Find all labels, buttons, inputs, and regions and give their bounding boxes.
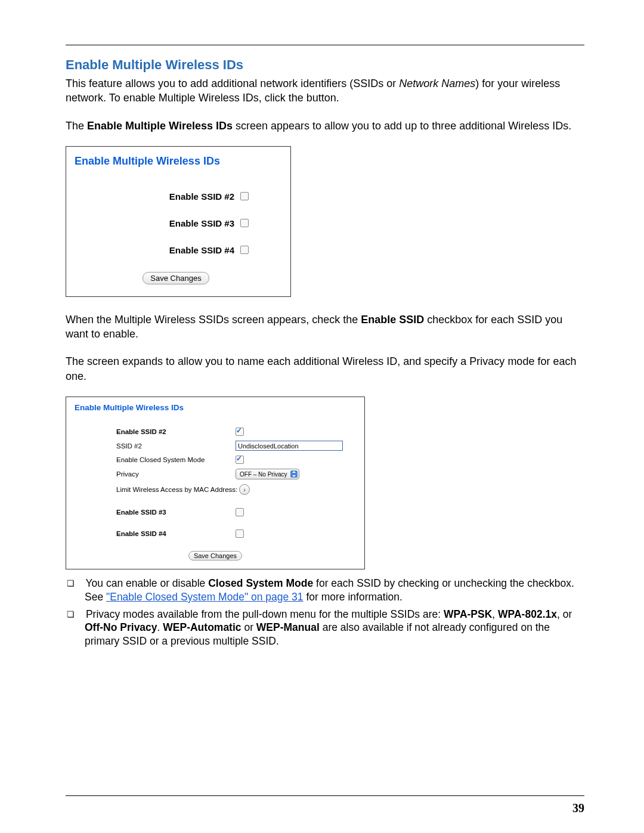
note-text: , or bbox=[557, 608, 572, 620]
save-changes-button[interactable]: Save Changes bbox=[143, 272, 209, 284]
mid-paragraph-1: When the Multiple Wireless SSIDs screen … bbox=[66, 312, 584, 342]
ssid-2-name-label: SSID #2 bbox=[75, 442, 236, 450]
top-rule bbox=[66, 45, 584, 45]
note-item-2: Privacy modes available from the pull-do… bbox=[66, 608, 584, 648]
intro-text: The bbox=[66, 120, 87, 132]
note-bold: WEP-Automatic bbox=[163, 621, 241, 633]
enable-ssid-4-label: Enable SSID #4 bbox=[75, 530, 236, 537]
enable-ssid-2-checkbox[interactable] bbox=[236, 428, 244, 436]
enable-multiple-wireless-ids-expanded-panel: Enable Multiple Wireless IDs Enable SSID… bbox=[66, 397, 365, 569]
closed-system-mode-link[interactable]: "Enable Closed System Mode" on page 31 bbox=[106, 591, 304, 603]
intro-paragraph-1: This feature allows you to add additiona… bbox=[66, 76, 584, 106]
ssid-2-name-input[interactable] bbox=[236, 441, 343, 451]
enable-multiple-wireless-ids-panel: Enable Multiple Wireless IDs Enable SSID… bbox=[66, 146, 291, 297]
mac-limit-row: Limit Wireless Access by MAC Address: › bbox=[75, 484, 356, 495]
enable-ssid-2-row: Enable SSID #2 bbox=[75, 191, 277, 202]
closed-system-mode-row: Enable Closed System Mode bbox=[75, 456, 356, 464]
privacy-select[interactable]: OFF – No Privacy bbox=[236, 469, 299, 479]
section-heading: Enable Multiple Wireless IDs bbox=[66, 57, 584, 73]
mid-bold: Enable SSID bbox=[361, 314, 424, 326]
enable-ssid-2-checkbox[interactable] bbox=[240, 192, 249, 200]
note-bold: Off-No Privacy bbox=[85, 621, 157, 633]
mid-paragraph-2: The screen expands to allow you to name … bbox=[66, 354, 584, 383]
note-text: Privacy modes available from the pull-do… bbox=[86, 608, 444, 620]
enable-ssid-3-checkbox[interactable] bbox=[240, 219, 249, 227]
ssid-2-name-row: SSID #2 bbox=[75, 441, 356, 451]
save-changes-button[interactable]: Save Changes bbox=[188, 551, 242, 561]
enable-ssid-3-row: Enable SSID #3 bbox=[75, 218, 277, 228]
enable-ssid-3-label: Enable SSID #3 bbox=[169, 218, 234, 228]
note-text: You can enable or disable bbox=[86, 577, 209, 589]
note-text: . bbox=[157, 621, 163, 633]
note-bold: WPA-802.1x bbox=[498, 608, 557, 620]
panel-title: Enable Multiple Wireless IDs bbox=[75, 155, 277, 168]
enable-ssid-4-label: Enable SSID #4 bbox=[169, 245, 234, 255]
mac-limit-expand-button[interactable]: › bbox=[239, 484, 250, 495]
intro-paragraph-2: The Enable Multiple Wireless IDs screen … bbox=[66, 119, 584, 133]
enable-ssid-4-row: Enable SSID #4 bbox=[75, 245, 277, 255]
closed-system-mode-checkbox[interactable] bbox=[236, 456, 244, 464]
panel2-title: Enable Multiple Wireless IDs bbox=[75, 403, 356, 412]
enable-ssid-2-row: Enable SSID #2 bbox=[75, 428, 356, 436]
note-item-1: You can enable or disable Closed System … bbox=[66, 577, 584, 604]
privacy-label: Privacy bbox=[75, 470, 236, 478]
enable-ssid-3-label: Enable SSID #3 bbox=[75, 509, 236, 516]
enable-ssid-2-label: Enable SSID #2 bbox=[169, 191, 234, 202]
intro-text: screen appears to allow you to add up to… bbox=[233, 120, 571, 132]
intro-text: This feature allows you to add additiona… bbox=[66, 78, 399, 89]
privacy-select-value: OFF – No Privacy bbox=[240, 471, 287, 478]
enable-ssid-2-label: Enable SSID #2 bbox=[75, 428, 236, 435]
mid-text: When the Multiple Wireless SSIDs screen … bbox=[66, 314, 361, 326]
notes-list: You can enable or disable Closed System … bbox=[66, 577, 584, 648]
mac-limit-label: Limit Wireless Access by MAC Address: bbox=[75, 486, 237, 493]
note-text: for more information. bbox=[304, 591, 402, 603]
note-text: or bbox=[242, 621, 256, 633]
note-bold: WPA-PSK bbox=[444, 608, 492, 620]
enable-ssid-4-row: Enable SSID #4 bbox=[75, 529, 356, 538]
enable-ssid-3-checkbox[interactable] bbox=[236, 508, 244, 516]
intro-bold: Enable Multiple Wireless IDs bbox=[87, 120, 233, 132]
note-bold: WEP-Manual bbox=[256, 621, 320, 633]
enable-ssid-4-checkbox[interactable] bbox=[240, 246, 249, 254]
bottom-rule bbox=[66, 795, 584, 796]
page-number: 39 bbox=[572, 801, 584, 815]
note-bold: Closed System Mode bbox=[208, 577, 313, 589]
enable-ssid-4-checkbox[interactable] bbox=[236, 529, 244, 538]
privacy-row: Privacy OFF – No Privacy bbox=[75, 469, 356, 479]
enable-ssid-3-row: Enable SSID #3 bbox=[75, 508, 356, 516]
closed-system-mode-label: Enable Closed System Mode bbox=[75, 456, 236, 463]
select-arrows-icon bbox=[290, 470, 298, 478]
note-text: , bbox=[492, 608, 498, 620]
intro-italic: Network Names bbox=[399, 78, 475, 89]
